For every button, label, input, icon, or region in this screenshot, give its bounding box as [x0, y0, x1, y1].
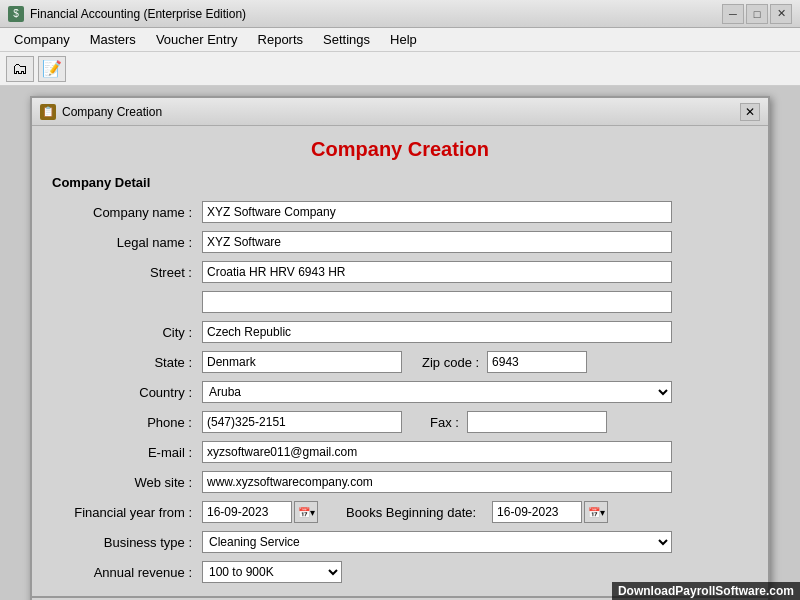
dialog-icon: 📋 — [40, 104, 56, 120]
zip-code-input[interactable] — [487, 351, 587, 373]
menu-help[interactable]: Help — [380, 28, 427, 51]
financial-year-calendar-button[interactable]: 📅▾ — [294, 501, 318, 523]
state-input[interactable] — [202, 351, 402, 373]
books-beginning-date-input[interactable] — [492, 501, 582, 523]
menu-masters[interactable]: Masters — [80, 28, 146, 51]
app-close-button[interactable]: ✕ — [770, 4, 792, 24]
dialog-body: Company Creation Company Detail Company … — [32, 126, 768, 596]
main-area: 📋 Company Creation ✕ Company Creation Co… — [0, 86, 800, 600]
app-icon: $ — [8, 6, 24, 22]
website-input[interactable] — [202, 471, 672, 493]
phone-fax-row: Phone : Fax : — [52, 410, 748, 434]
email-label: E-mail : — [52, 445, 202, 460]
company-name-label: Company name : — [52, 205, 202, 220]
website-row: Web site : — [52, 470, 748, 494]
phone-label: Phone : — [52, 415, 202, 430]
zip-code-label: Zip code : — [410, 355, 479, 370]
note-icon-button[interactable]: 📝 — [38, 56, 66, 82]
business-type-row: Business type : Cleaning Service Retail … — [52, 530, 748, 554]
financial-year-date-group: 📅▾ — [202, 501, 318, 523]
watermark: DownloadPayrollSoftware.com — [612, 582, 800, 600]
menu-settings[interactable]: Settings — [313, 28, 380, 51]
street-row-1: Street : — [52, 260, 748, 284]
phone-fax-group: Fax : — [202, 411, 607, 433]
city-label: City : — [52, 325, 202, 340]
financial-year-row: Financial year from : 📅▾ Books Beginning… — [52, 500, 748, 524]
company-name-row: Company name : — [52, 200, 748, 224]
section-header: Company Detail — [52, 175, 748, 190]
menu-reports[interactable]: Reports — [248, 28, 314, 51]
company-creation-dialog: 📋 Company Creation ✕ Company Creation Co… — [30, 96, 770, 600]
country-row: Country : Aruba Afghanistan Albania Alge… — [52, 380, 748, 404]
maximize-button[interactable]: □ — [746, 4, 768, 24]
legal-name-row: Legal name : — [52, 230, 748, 254]
financial-year-group: 📅▾ Books Beginning date: 📅▾ — [202, 501, 608, 523]
phone-input[interactable] — [202, 411, 402, 433]
street-label: Street : — [52, 265, 202, 280]
financial-year-label: Financial year from : — [52, 505, 202, 520]
financial-year-date-input[interactable] — [202, 501, 292, 523]
email-row: E-mail : — [52, 440, 748, 464]
annual-revenue-row: Annual revenue : 100 to 900K 1M to 5M 5M… — [52, 560, 748, 584]
fax-input[interactable] — [467, 411, 607, 433]
country-select[interactable]: Aruba Afghanistan Albania Algeria — [202, 381, 672, 403]
books-beginning-date-group: 📅▾ — [492, 501, 608, 523]
folder-icon-button[interactable]: 🗂 — [6, 56, 34, 82]
business-type-select[interactable]: Cleaning Service Retail Manufacturing IT… — [202, 531, 672, 553]
title-bar-controls: ─ □ ✕ — [722, 4, 792, 24]
legal-name-input[interactable] — [202, 231, 672, 253]
books-beginning-label: Books Beginning date: — [326, 505, 484, 520]
email-input[interactable] — [202, 441, 672, 463]
street-row-2 — [52, 290, 748, 314]
state-zip-group: Zip code : — [202, 351, 587, 373]
dialog-title: Company Creation — [62, 105, 162, 119]
street-input-1[interactable] — [202, 261, 672, 283]
business-type-label: Business type : — [52, 535, 202, 550]
legal-name-label: Legal name : — [52, 235, 202, 250]
form-grid: Company name : Legal name : Street : — [52, 200, 748, 584]
fax-label: Fax : — [410, 415, 459, 430]
toolbar: 🗂 📝 — [0, 52, 800, 86]
title-bar: $ Financial Accounting (Enterprise Editi… — [0, 0, 800, 28]
street-input-2[interactable] — [202, 291, 672, 313]
app-title: Financial Accounting (Enterprise Edition… — [30, 7, 246, 21]
state-zip-row: State : Zip code : — [52, 350, 748, 374]
form-title: Company Creation — [52, 138, 748, 161]
website-label: Web site : — [52, 475, 202, 490]
annual-revenue-label: Annual revenue : — [52, 565, 202, 580]
dialog-title-bar: 📋 Company Creation ✕ — [32, 98, 768, 126]
dialog-close-button[interactable]: ✕ — [740, 103, 760, 121]
company-name-input[interactable] — [202, 201, 672, 223]
minimize-button[interactable]: ─ — [722, 4, 744, 24]
menu-bar: Company Masters Voucher Entry Reports Se… — [0, 28, 800, 52]
city-row: City : — [52, 320, 748, 344]
menu-voucher-entry[interactable]: Voucher Entry — [146, 28, 248, 51]
books-beginning-calendar-button[interactable]: 📅▾ — [584, 501, 608, 523]
menu-company[interactable]: Company — [4, 28, 80, 51]
annual-revenue-select[interactable]: 100 to 900K 1M to 5M 5M to 10M 10M+ — [202, 561, 342, 583]
state-label: State : — [52, 355, 202, 370]
city-input[interactable] — [202, 321, 672, 343]
country-label: Country : — [52, 385, 202, 400]
